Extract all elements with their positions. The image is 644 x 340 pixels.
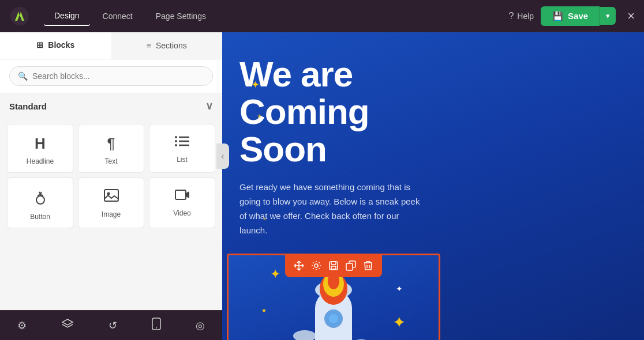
preview-icon[interactable]: ◎ [196,319,205,332]
settings-tool-button[interactable] [308,258,324,274]
block-item-headline[interactable]: H Headline [7,124,73,173]
chevron-down-icon: ▾ [606,12,610,20]
block-item-video[interactable]: Video [149,177,215,228]
tab-sections[interactable]: ≡ Sections [111,32,223,59]
svg-point-4 [175,140,177,142]
block-item-text[interactable]: ¶ Text [78,124,144,173]
star-decoration-1: ✦ [251,78,260,91]
duplicate-tool-button[interactable] [343,258,359,274]
nav-tab-page-settings[interactable]: Page Settings [145,6,216,26]
chevron-down-icon[interactable]: ∨ [205,100,213,112]
svg-rect-7 [104,190,118,201]
svg-rect-17 [346,263,353,270]
delete-tool-button[interactable] [360,258,376,274]
blocks-tab-icon: ⊞ [36,40,43,50]
image-icon [103,188,119,206]
close-button[interactable]: × [627,9,635,24]
svg-point-31 [293,330,316,340]
layers-icon[interactable] [61,318,74,333]
canvas-area: ✦ ★ ★ We are Coming Soon Get ready we ha… [222,32,644,340]
svg-point-8 [107,192,110,195]
save-icon: 💾 [552,11,563,21]
svg-rect-15 [331,262,336,265]
svg-point-13 [314,264,318,267]
svg-marker-10 [62,319,73,325]
block-label-image: Image [102,210,121,218]
svg-rect-16 [331,266,336,269]
nav-right: ? Help 💾 Save ▾ × [508,6,635,26]
left-panel: ⊞ Blocks ≡ Sections 🔍 Standard ∨ H [0,32,222,340]
search-input-wrap: 🔍 [9,66,213,86]
panel-collapse-handle[interactable]: ‹ [216,143,229,169]
search-input[interactable] [32,71,204,81]
sections-tab-icon: ≡ [147,41,151,50]
svg-point-3 [175,136,177,138]
nav-tab-design[interactable]: Design [44,6,90,26]
standard-section-header: Standard ∨ [0,93,222,119]
headline-icon: H [35,135,46,153]
block-item-list[interactable]: List [149,124,215,173]
help-button[interactable]: ? Help [508,11,534,21]
block-label-text: Text [104,157,117,165]
text-icon: ¶ [107,135,115,153]
save-button-group: 💾 Save ▾ [541,6,616,26]
star-decoration-3: ★ [263,217,267,222]
blocks-grid: H Headline ¶ Text List Button [0,119,222,233]
svg-rect-14 [330,262,338,270]
main-layout: ⊞ Blocks ≡ Sections 🔍 Standard ∨ H [0,32,644,340]
block-label-list: List [177,156,188,164]
rocket-star-3: ★ [261,307,267,313]
svg-point-12 [156,327,157,328]
rocket-star-2: ✦ [396,284,403,293]
search-area: 🔍 [0,59,222,93]
block-label-video: Video [173,209,190,217]
coming-soon-description: Get ready we have something coming that … [239,180,424,237]
standard-label: Standard [9,101,47,111]
rocket-section[interactable]: ✦ ✦ ★ ✦ [227,254,440,340]
nav-tabs: Design Connect Page Settings [44,6,508,26]
save-dropdown-button[interactable]: ▾ [600,7,616,25]
section-toolbar [285,254,382,277]
settings-icon[interactable]: ⚙ [17,319,27,332]
history-icon[interactable]: ↺ [108,319,117,332]
tab-blocks[interactable]: ⊞ Blocks [0,32,111,59]
mobile-icon[interactable] [152,318,161,333]
svg-point-5 [175,144,177,146]
video-icon [174,188,190,205]
move-tool-button[interactable] [291,258,307,274]
button-icon [32,188,48,208]
panel-tabs: ⊞ Blocks ≡ Sections [0,32,222,59]
coming-soon-content: We are Coming Soon Get ready we have som… [222,32,644,249]
coming-soon-title: We are Coming Soon [239,55,627,168]
help-icon: ? [508,11,514,21]
top-navigation: Design Connect Page Settings ? Help 💾 Sa… [0,0,644,32]
block-item-image[interactable]: Image [78,177,144,228]
bottom-toolbar: ⚙ ↺ ◎ [0,310,222,340]
block-label-headline: Headline [27,157,54,165]
block-item-button[interactable]: Button [7,177,73,228]
list-icon [174,135,190,151]
svg-point-46 [329,314,338,323]
svg-point-6 [36,196,44,204]
star-decoration-2: ★ [257,113,262,119]
block-label-button: Button [30,213,50,221]
app-logo [9,6,30,27]
save-tool-button[interactable] [325,258,342,274]
nav-tab-connect[interactable]: Connect [92,6,143,26]
svg-rect-9 [175,190,186,199]
search-icon: 🔍 [18,71,28,81]
rocket-star-1: ✦ [270,267,280,282]
save-button[interactable]: 💾 Save [541,6,600,26]
rocket-star-4: ✦ [392,313,406,332]
